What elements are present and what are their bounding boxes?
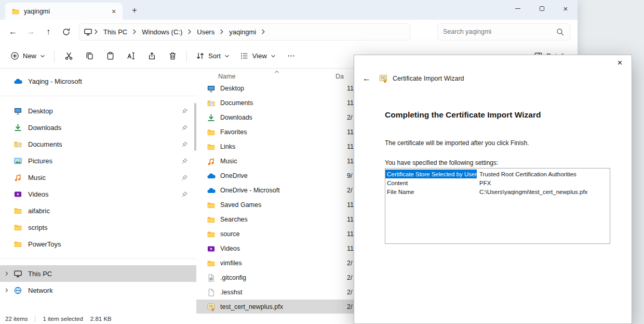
- copy-button[interactable]: [79, 47, 100, 66]
- column-header-date[interactable]: Da: [336, 73, 344, 80]
- minimize-button[interactable]: [506, 0, 530, 17]
- file-date: 2/: [347, 114, 352, 121]
- search-input[interactable]: [443, 28, 552, 35]
- breadcrumb-separator-icon: [260, 29, 266, 35]
- folder-icon: [207, 230, 216, 239]
- cut-icon: [64, 51, 73, 60]
- settings-list[interactable]: Certificate Store Selected by UserTruste…: [385, 168, 610, 244]
- share-icon: [147, 51, 156, 60]
- forward-button[interactable]: →: [22, 23, 39, 41]
- expand-chevron-icon[interactable]: [4, 271, 9, 276]
- up-button[interactable]: ↑: [39, 23, 57, 41]
- setting-key: Content: [385, 178, 477, 187]
- paste-button[interactable]: [100, 47, 120, 66]
- chevron-down-icon: [40, 54, 45, 59]
- cloud-icon: [207, 186, 216, 195]
- file-date: 2/: [347, 260, 352, 267]
- music-icon: [207, 157, 216, 166]
- sidebar-item-powertoys[interactable]: PowerToys: [0, 236, 196, 252]
- selection-count: 1 item selected: [43, 316, 83, 322]
- cut-button[interactable]: [58, 47, 79, 66]
- selection-size: 2.81 KB: [90, 316, 112, 322]
- trash-icon: [168, 51, 177, 60]
- sidebar-item-desktop[interactable]: Desktop: [0, 102, 196, 119]
- wizard-header: ← Certificate Import Wizard: [354, 72, 632, 85]
- documents-icon: [14, 140, 22, 149]
- monitor-icon: [14, 269, 22, 278]
- chevron-down-icon: [224, 54, 230, 59]
- maximize-button[interactable]: [530, 0, 554, 17]
- certificate-icon: [207, 303, 216, 312]
- wizard-back-button[interactable]: ←: [363, 74, 374, 83]
- file-name: OneDrive - Microsoft: [220, 187, 347, 194]
- sidebar-item-label: Music: [28, 174, 46, 182]
- expand-chevron-icon[interactable]: [4, 288, 9, 293]
- breadcrumb-item-users[interactable]: Users: [193, 26, 218, 38]
- toolbar-divider: [54, 50, 55, 62]
- sidebar-item-this-pc[interactable]: This PC: [0, 265, 196, 282]
- search-box[interactable]: [437, 23, 570, 41]
- breadcrumb-item-yaqingmi[interactable]: yaqingmi: [225, 26, 260, 38]
- item-count: 22 items: [5, 316, 28, 322]
- setting-row-certificate-store-selected-by-user[interactable]: Certificate Store Selected by UserTruste…: [385, 170, 610, 178]
- sidebar-item-label: PowerToys: [28, 240, 61, 248]
- file-date: 11: [347, 158, 354, 165]
- wizard-content: Completing the Certificate Import Wizard…: [354, 110, 632, 324]
- network-icon: [14, 286, 22, 295]
- file-date: 2/: [347, 289, 352, 296]
- dialog-close-button[interactable]: ×: [608, 55, 632, 71]
- view-icon: [240, 51, 249, 60]
- toolbar-divider: [186, 50, 187, 62]
- breadcrumb-separator-icon: [186, 29, 193, 35]
- rename-button[interactable]: [120, 47, 141, 66]
- sidebar-item-downloads[interactable]: Downloads: [0, 119, 196, 136]
- wizard-intro-text: The certificate will be imported after y…: [385, 139, 610, 147]
- setting-value: C:\Users\yaqingmi\test_cert_newplus.pfx: [477, 189, 587, 195]
- folder-icon: [207, 142, 216, 151]
- sidebar-item-network[interactable]: Network: [0, 282, 196, 299]
- breadcrumb-item-windows-c[interactable]: Windows (C:): [138, 26, 186, 38]
- certificate-import-wizard-dialog: × ← Certificate Import Wizard Completing…: [354, 55, 632, 324]
- file-name: vimfiles: [220, 260, 347, 267]
- new-button[interactable]: New: [5, 47, 50, 66]
- chevron-down-icon: [271, 54, 276, 59]
- breadcrumb-item-this-pc[interactable]: This PC: [100, 26, 131, 38]
- folder-icon: [14, 240, 22, 249]
- cloud-icon: [14, 77, 22, 86]
- explorer-tab[interactable]: yaqingmi ×: [5, 3, 123, 20]
- maximize-icon: [540, 6, 544, 11]
- folder-icon: [207, 201, 216, 210]
- view-button[interactable]: View: [235, 47, 281, 66]
- sidebar-item-pictures[interactable]: Pictures: [0, 152, 196, 169]
- sidebar-item-videos[interactable]: Videos: [0, 186, 196, 202]
- address-bar[interactable]: This PCWindows (C:)Usersyaqingmi: [79, 23, 410, 41]
- sort-button[interactable]: Sort: [191, 47, 235, 66]
- sidebar-item-documents[interactable]: Documents: [0, 136, 196, 152]
- setting-row-content[interactable]: ContentPFX: [385, 178, 610, 187]
- more-options-button[interactable]: [281, 47, 302, 66]
- sidebar-item-onedrive[interactable]: Yaqing - Microsoft: [0, 73, 196, 89]
- navigation-pane: Yaqing - MicrosoftDesktopDownloadsDocume…: [0, 69, 196, 314]
- back-button[interactable]: ←: [4, 23, 22, 41]
- setting-row-file-name[interactable]: File NameC:\Users\yaqingmi\test_cert_new…: [385, 187, 610, 196]
- desktop-icon: [14, 107, 22, 115]
- file-date: 11: [347, 230, 354, 238]
- more-icon: [287, 51, 296, 60]
- sidebar-item-aifabric[interactable]: aifabric: [0, 202, 196, 219]
- tab-close-icon[interactable]: ×: [108, 6, 119, 17]
- file-date: 11: [347, 201, 354, 209]
- plus-icon: [10, 51, 19, 60]
- refresh-button[interactable]: [57, 23, 75, 41]
- file-name: Saved Games: [220, 201, 347, 209]
- new-tab-button[interactable]: +: [128, 4, 141, 17]
- share-button[interactable]: [141, 47, 162, 66]
- setting-value: PFX: [477, 180, 491, 186]
- sidebar-item-scripts[interactable]: scripts: [0, 219, 196, 236]
- sidebar-item-music[interactable]: Music: [0, 169, 196, 186]
- pin-icon: [181, 174, 188, 181]
- file-name: Favorites: [220, 128, 347, 136]
- delete-button[interactable]: [162, 47, 183, 66]
- file-name: Links: [220, 143, 347, 150]
- close-button[interactable]: ×: [554, 0, 578, 17]
- pin-icon: [181, 191, 188, 198]
